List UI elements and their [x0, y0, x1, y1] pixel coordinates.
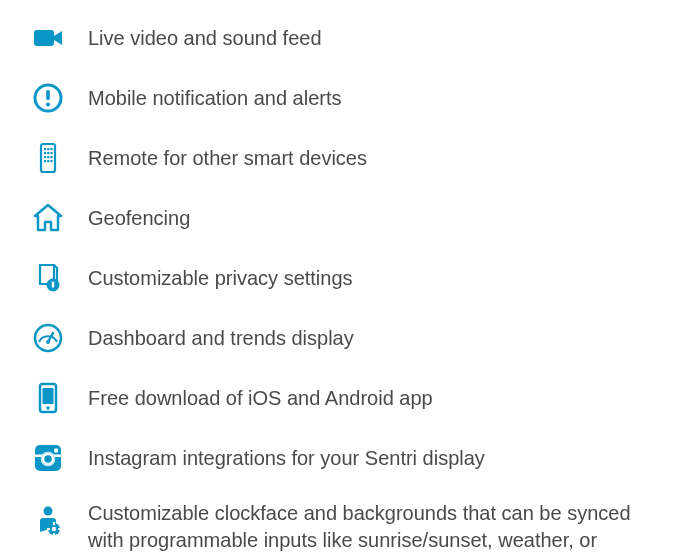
feature-item: Customizable privacy settings — [30, 260, 650, 296]
svg-rect-24 — [43, 388, 54, 404]
feature-item: Free download of iOS and Android app — [30, 380, 650, 416]
svg-rect-5 — [44, 148, 46, 150]
feature-list: Live video and sound feed Mobile notific… — [30, 20, 650, 559]
feature-text: Remote for other smart devices — [88, 145, 367, 172]
user-gear-icon — [30, 502, 66, 538]
feature-item: Mobile notification and alerts — [30, 80, 650, 116]
svg-rect-0 — [34, 30, 54, 46]
feature-item: Dashboard and trends display — [30, 320, 650, 356]
svg-rect-19 — [52, 284, 54, 288]
feature-text: Dashboard and trends display — [88, 325, 354, 352]
feature-text: Live video and sound feed — [88, 25, 322, 52]
feature-text: Customizable privacy settings — [88, 265, 353, 292]
svg-rect-8 — [44, 152, 46, 154]
svg-rect-13 — [50, 156, 52, 158]
phone-icon — [30, 380, 66, 416]
svg-rect-38 — [58, 528, 61, 530]
svg-rect-10 — [50, 152, 52, 154]
privacy-icon — [30, 260, 66, 296]
feature-item: Customizable clockface and backgrounds t… — [30, 500, 650, 559]
feature-item: Geofencing — [30, 200, 650, 236]
svg-rect-14 — [44, 160, 46, 162]
svg-rect-31 — [54, 449, 58, 453]
feature-item: Remote for other smart devices — [30, 140, 650, 176]
gauge-icon — [30, 320, 66, 356]
remote-icon — [30, 140, 66, 176]
svg-point-25 — [46, 406, 49, 409]
svg-point-34 — [52, 527, 56, 531]
svg-rect-6 — [47, 148, 49, 150]
svg-rect-37 — [47, 528, 50, 530]
instagram-icon — [30, 440, 66, 476]
home-icon — [30, 200, 66, 236]
feature-text: Instagram integrations for your Sentri d… — [88, 445, 485, 472]
feature-item: Instagram integrations for your Sentri d… — [30, 440, 650, 476]
svg-point-20 — [35, 325, 61, 351]
svg-point-3 — [46, 103, 50, 107]
svg-point-22 — [46, 340, 50, 344]
video-icon — [30, 20, 66, 56]
svg-rect-7 — [50, 148, 52, 150]
svg-rect-11 — [44, 156, 46, 158]
alert-icon — [30, 80, 66, 116]
svg-rect-35 — [53, 522, 55, 525]
feature-text: Free download of iOS and Android app — [88, 385, 433, 412]
svg-rect-36 — [53, 533, 55, 536]
svg-rect-12 — [47, 156, 49, 158]
svg-rect-15 — [47, 160, 49, 162]
feature-item: Live video and sound feed — [30, 20, 650, 56]
svg-point-32 — [44, 507, 53, 516]
svg-rect-2 — [46, 90, 50, 100]
feature-text: Customizable clockface and backgrounds t… — [88, 500, 650, 559]
svg-rect-9 — [47, 152, 49, 154]
svg-rect-16 — [50, 160, 52, 162]
feature-text: Geofencing — [88, 205, 190, 232]
feature-text: Mobile notification and alerts — [88, 85, 341, 112]
